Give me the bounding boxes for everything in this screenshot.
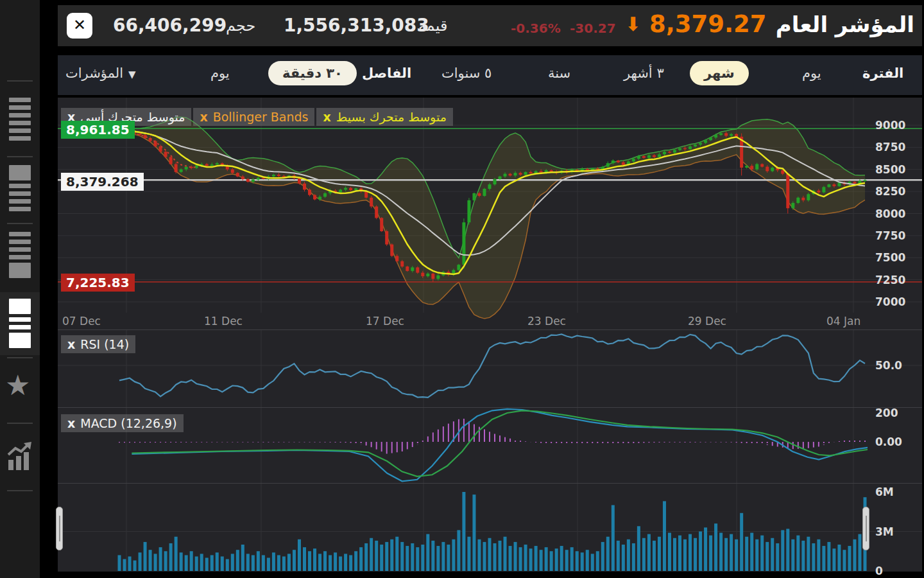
rsi-axis-tick: 50.0 [875,359,902,372]
date-axis-tick: 29 Dec [688,315,726,328]
sidebar-divider [7,223,33,224]
remove-rsi-icon[interactable]: x [67,337,75,351]
macd-axis-tick: 200 [875,407,898,419]
sidebar-divider [7,156,33,157]
interval-day-button[interactable]: يوم [210,66,230,81]
watchlist-rows-icon[interactable] [9,98,31,141]
volume-axis-tick: 6M [875,486,894,498]
price-axis-tick: 9000 [875,119,905,132]
volume-pane[interactable]: 6M3M0 [58,483,922,572]
volume-axis-tick: 3M [875,525,894,538]
remove-bollinger-icon[interactable]: x [200,110,207,124]
price-axis-tick: 7750 [875,229,905,242]
market-chart-icon[interactable] [7,442,33,474]
indicators-label: المؤشرات [65,66,123,81]
current-price-label: 8,379.268 [61,173,144,191]
indicators-dropdown[interactable]: المؤشرات▼ [65,66,136,81]
last-price: 8,379.27 [649,10,767,38]
period-day-button[interactable]: يوم [802,66,821,81]
chart-view-icon[interactable] [9,299,31,348]
summary-list-icon[interactable] [9,165,31,211]
volume-label: حجم [226,17,255,35]
index-title: المؤشر العام [776,12,914,37]
turnover-label: قيمة [418,17,447,35]
sidebar-divider [7,490,33,491]
rsi-indicator-chip[interactable]: xRSI (14) [61,335,135,353]
close-icon[interactable]: ✕ [67,13,92,39]
period-5years-button[interactable]: ٥ سنوات [441,66,492,81]
price-axis-tick: 8250 [875,185,905,198]
turnover-value: 1,556,313,083 [284,15,429,36]
period-high-label: 8,961.85 [61,121,135,139]
chevron-down-icon: ▼ [128,69,136,80]
price-axis-tick: 7000 [875,295,905,308]
interval-label: الفاصل [362,66,411,81]
interval-30min-button-active[interactable]: ٣٠ دقيقة [268,61,357,85]
down-arrow-icon: ⬇ [625,13,641,35]
change-percent: -0.36% [511,21,561,36]
change-value: -30.27 [570,21,616,36]
period-low-label: 7,225.83 [61,274,135,292]
price-pane[interactable]: xمتوسط متحرك أسي xBollinger Bands xمتوسط… [58,98,922,329]
macd-pane[interactable]: xMACD (12,26,9) 2000.00 [58,407,922,483]
detailed-list-icon[interactable] [9,232,31,278]
remove-sma-icon[interactable]: x [323,110,330,124]
period-year-button[interactable]: سنة [548,66,570,81]
volume-axis-tick: 0 [875,565,883,577]
rsi-pane[interactable]: xRSI (14) 50.0 [58,329,922,407]
bollinger-indicator-chip[interactable]: xBollinger Bands [193,108,314,126]
period-month-button-active[interactable]: شهر [690,61,749,85]
toolbar: الفترة يوم شهر ٣ أشهر سنة ٥ سنوات الفاصل… [58,55,922,95]
date-axis-tick: 11 Dec [204,315,243,328]
period-3months-button[interactable]: ٣ أشهر [624,66,664,81]
date-axis-tick: 17 Dec [366,315,404,328]
macd-indicator-chip[interactable]: xMACD (12,26,9) [61,414,184,432]
sidebar: ★ [0,0,40,578]
sidebar-divider [7,80,33,82]
price-axis-tick: 8000 [875,207,905,220]
range-handle-left[interactable] [56,507,63,550]
price-axis-tick: 7500 [875,251,905,264]
volume-value: 66,406,299 [113,15,227,36]
sidebar-divider [7,423,33,424]
sidebar-divider [7,357,33,358]
date-axis-tick: 04 Jan [826,315,860,328]
favorites-star-icon[interactable]: ★ [5,371,30,399]
price-axis-tick: 8750 [875,141,905,153]
trading-app: ★ ✕ 66,406,299 حجم 1,556,313,083 قيمة -0… [0,0,924,578]
price-axis-tick: 7250 [875,274,905,286]
header-bar: ✕ 66,406,299 حجم 1,556,313,083 قيمة -0.3… [58,5,922,46]
price-axis-tick: 8500 [875,163,905,176]
period-label: الفترة [862,66,903,81]
date-axis-tick: 23 Dec [527,315,566,328]
range-handle-right[interactable] [862,507,869,550]
sma-indicator-chip[interactable]: xمتوسط متحرك بسيط [316,108,452,126]
date-axis-tick: 07 Dec [62,315,101,328]
macd-axis-tick: 0.00 [875,435,902,448]
remove-macd-icon[interactable]: x [67,416,75,430]
